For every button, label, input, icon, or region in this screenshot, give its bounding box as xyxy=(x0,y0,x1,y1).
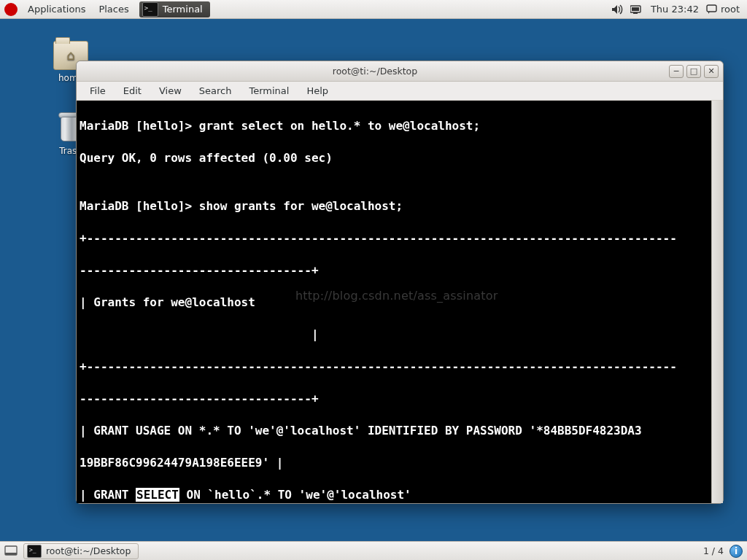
volume-icon[interactable] xyxy=(611,4,623,15)
svg-rect-2 xyxy=(633,12,638,14)
top-panel: Applications Places Terminal Thu 23:42 r… xyxy=(0,0,747,19)
top-task-terminal[interactable]: Terminal xyxy=(139,1,210,18)
taskbar-button-label: root@ti:~/Desktop xyxy=(46,545,131,556)
window-menubar: File Edit View Search Terminal Help xyxy=(77,82,723,101)
menu-view[interactable]: View xyxy=(152,83,189,98)
svg-rect-5 xyxy=(5,553,17,555)
maximize-button[interactable]: □ xyxy=(686,65,701,78)
close-button[interactable]: ✕ xyxy=(704,65,719,78)
distro-logo-icon[interactable] xyxy=(4,3,18,16)
top-task-label: Terminal xyxy=(163,4,203,15)
applications-menu[interactable]: Applications xyxy=(22,1,91,17)
clock[interactable]: Thu 23:42 xyxy=(651,4,699,15)
terminal-icon xyxy=(27,545,42,558)
network-icon[interactable] xyxy=(630,4,643,15)
term-line: Query OK, 0 rows affected (0.00 sec) xyxy=(80,150,720,166)
window-titlebar[interactable]: root@ti:~/Desktop ─ □ ✕ xyxy=(77,61,723,82)
svg-rect-3 xyxy=(707,5,716,12)
show-desktop-icon[interactable] xyxy=(4,545,18,557)
term-line: +---------------------------------------… xyxy=(80,230,720,246)
term-line: | GRANT SELECT ON `hello`.* TO 'we'@'loc… xyxy=(80,487,720,503)
user-menu[interactable]: root xyxy=(706,4,740,15)
scrollbar[interactable] xyxy=(711,101,723,503)
terminal-window: root@ti:~/Desktop ─ □ ✕ File Edit View S… xyxy=(76,61,724,504)
term-line: MariaDB [hello]> grant select on hello.*… xyxy=(80,118,720,134)
menu-terminal[interactable]: Terminal xyxy=(241,83,296,98)
terminal-body[interactable]: MariaDB [hello]> grant select on hello.*… xyxy=(77,101,723,503)
user-label: root xyxy=(721,4,740,15)
menu-search[interactable]: Search xyxy=(192,83,239,98)
term-line: 19BBF86C99624479A198E6EEE9' | xyxy=(80,455,720,471)
term-line: ---------------------------------+ xyxy=(80,391,720,407)
term-line: | GRANT USAGE ON *.* TO 'we'@'localhost'… xyxy=(80,423,720,439)
user-chat-icon xyxy=(706,4,718,15)
places-menu[interactable]: Places xyxy=(93,1,134,17)
menu-help[interactable]: Help xyxy=(299,83,336,98)
menu-file[interactable]: File xyxy=(82,83,113,98)
minimize-button[interactable]: ─ xyxy=(669,65,684,78)
workspace-indicator[interactable]: 1 / 4 xyxy=(703,545,724,556)
svg-rect-1 xyxy=(632,7,639,11)
window-title: root@ti:~/Desktop xyxy=(81,66,669,77)
terminal-icon xyxy=(142,2,158,17)
taskbar-terminal-button[interactable]: root@ti:~/Desktop xyxy=(23,543,139,559)
system-tray: Thu 23:42 root xyxy=(611,4,743,15)
term-line: | xyxy=(80,327,720,343)
notification-icon[interactable]: i xyxy=(729,545,743,558)
menu-edit[interactable]: Edit xyxy=(116,83,149,98)
bottom-panel: root@ti:~/Desktop 1 / 4 i xyxy=(0,541,747,560)
term-line: MariaDB [hello]> show grants for we@loca… xyxy=(80,198,720,214)
term-line: | Grants for we@localhost xyxy=(80,295,720,311)
term-line: ---------------------------------+ xyxy=(80,262,720,279)
selected-text: SELECT xyxy=(136,488,179,502)
term-line: +---------------------------------------… xyxy=(80,359,720,375)
